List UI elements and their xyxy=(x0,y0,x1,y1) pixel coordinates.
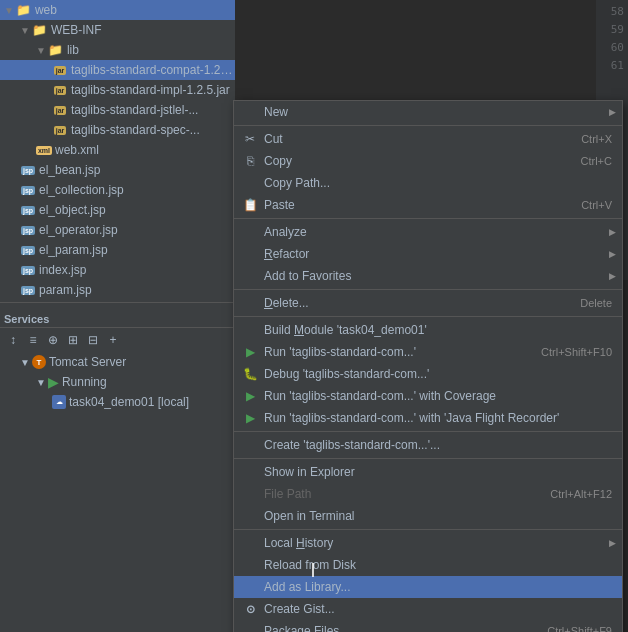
running-item[interactable]: ▼ ▶ Running xyxy=(0,372,235,392)
tree-label: index.jsp xyxy=(39,263,86,277)
menu-label: Copy Path... xyxy=(264,176,330,190)
tree-label: lib xyxy=(67,43,79,57)
menu-item-copy-path[interactable]: Copy Path... xyxy=(234,172,622,194)
menu-item-add-library[interactable]: Add as Library... xyxy=(234,576,622,598)
services-btn-2[interactable]: ≡ xyxy=(24,331,42,349)
tree-item-jar2[interactable]: jar taglibs-standard-impl-1.2.5.jar xyxy=(0,80,235,100)
tree-label: el_param.jsp xyxy=(39,243,108,257)
menu-item-debug[interactable]: 🐛 Debug 'taglibs-standard-com...' xyxy=(234,363,622,385)
menu-item-create-gist[interactable]: ⊙ Create Gist... xyxy=(234,598,622,620)
menu-item-cut[interactable]: ✂ Cut Ctrl+X xyxy=(234,128,622,150)
menu-item-reload[interactable]: Reload from Disk xyxy=(234,554,622,576)
menu-separator xyxy=(234,529,622,530)
tree-item-index[interactable]: jsp index.jsp xyxy=(0,260,235,280)
services-btn-3[interactable]: ⊕ xyxy=(44,331,62,349)
tree-item-el-object[interactable]: jsp el_object.jsp xyxy=(0,200,235,220)
line-58: 58 xyxy=(596,2,628,20)
tree-item-jar4[interactable]: jar taglibs-standard-spec-... xyxy=(0,120,235,140)
menu-label: Package Files xyxy=(264,624,339,632)
arrow-icon: ▼ xyxy=(36,45,46,56)
tree-item-el-param[interactable]: jsp el_param.jsp xyxy=(0,240,235,260)
tree-item-lib[interactable]: ▼ 📁 lib xyxy=(0,40,235,60)
tomcat-server-item[interactable]: ▼ T Tomcat Server xyxy=(0,352,235,372)
tree-label: taglibs-standard-spec-... xyxy=(71,123,200,137)
services-btn-6[interactable]: + xyxy=(104,331,122,349)
line-61: 61 xyxy=(596,56,628,74)
menu-item-file-path[interactable]: File Path Ctrl+Alt+F12 xyxy=(234,483,622,505)
menu-label: Debug 'taglibs-standard-com...' xyxy=(264,367,429,381)
tree-item-webxml[interactable]: xml web.xml xyxy=(0,140,235,160)
menu-item-refactor[interactable]: Refactor xyxy=(234,243,622,265)
menu-separator xyxy=(234,125,622,126)
jsp-icon: jsp xyxy=(20,162,36,178)
jar-icon: jar xyxy=(52,102,68,118)
menu-separator xyxy=(234,316,622,317)
debug-icon: 🐛 xyxy=(242,367,258,381)
menu-label: Show in Explorer xyxy=(264,465,355,479)
menu-item-run-coverage[interactable]: ▶ Run 'taglibs-standard-com...' with Cov… xyxy=(234,385,622,407)
folder-icon: 📁 xyxy=(48,42,64,58)
menu-item-run-flight[interactable]: ▶ Run 'taglibs-standard-com...' with 'Ja… xyxy=(234,407,622,429)
menu-item-copy[interactable]: ⎘ Copy Ctrl+C xyxy=(234,150,622,172)
jsp-icon: jsp xyxy=(20,242,36,258)
services-btn-1[interactable]: ↕ xyxy=(4,331,22,349)
menu-item-terminal[interactable]: Open in Terminal xyxy=(234,505,622,527)
xml-icon: xml xyxy=(36,142,52,158)
menu-label: Create Gist... xyxy=(264,602,335,616)
tomcat-server-label: Tomcat Server xyxy=(49,355,126,369)
task-label: task04_demo01 [local] xyxy=(69,395,189,409)
menu-label: Paste xyxy=(264,198,295,212)
menu-item-create[interactable]: Create 'taglibs-standard-com...'... xyxy=(234,434,622,456)
running-label: Running xyxy=(62,375,107,389)
task-item[interactable]: ☁ task04_demo01 [local] xyxy=(0,392,235,412)
tree-label: taglibs-standard-compat-1.2.5.jar xyxy=(71,63,235,77)
jsp-icon: jsp xyxy=(20,222,36,238)
tree-item-el-bean[interactable]: jsp el_bean.jsp xyxy=(0,160,235,180)
menu-item-run[interactable]: ▶ Run 'taglibs-standard-com...' Ctrl+Shi… xyxy=(234,341,622,363)
menu-item-history[interactable]: Local History xyxy=(234,532,622,554)
jar-icon: jar xyxy=(52,62,68,78)
menu-item-delete[interactable]: Delete... Delete xyxy=(234,292,622,314)
line-59: 59 xyxy=(596,20,628,38)
menu-item-analyze[interactable]: Analyze xyxy=(234,221,622,243)
tree-item-param[interactable]: jsp param.jsp xyxy=(0,280,235,300)
menu-item-paste[interactable]: 📋 Paste Ctrl+V xyxy=(234,194,622,216)
task-icon: ☁ xyxy=(52,395,66,409)
tree-item-el-collection[interactable]: jsp el_collection.jsp xyxy=(0,180,235,200)
shortcut: Ctrl+C xyxy=(581,155,612,167)
services-toolbar: ↕ ≡ ⊕ ⊞ ⊟ + xyxy=(0,328,235,352)
menu-separator xyxy=(234,458,622,459)
menu-label: Add to Favorites xyxy=(264,269,351,283)
expand-arrow: ▼ xyxy=(20,357,30,368)
tree-item-el-operator[interactable]: jsp el_operator.jsp xyxy=(0,220,235,240)
tree-item-webinf[interactable]: ▼ 📁 WEB-INF xyxy=(0,20,235,40)
tree-item-jar3[interactable]: jar taglibs-standard-jstlel-... xyxy=(0,100,235,120)
menu-label: Run 'taglibs-standard-com...' with Cover… xyxy=(264,389,496,403)
shortcut: Ctrl+Shift+F9 xyxy=(547,625,612,632)
run-flight-icon: ▶ xyxy=(242,411,258,425)
shortcut: Ctrl+Alt+F12 xyxy=(550,488,612,500)
tree-label: el_object.jsp xyxy=(39,203,106,217)
services-btn-4[interactable]: ⊞ xyxy=(64,331,82,349)
context-menu: New ✂ Cut Ctrl+X ⎘ Copy Ctrl+C Copy Path… xyxy=(233,100,623,632)
tree-item-web[interactable]: ▼ 📁 web xyxy=(0,0,235,20)
menu-item-favorites[interactable]: Add to Favorites xyxy=(234,265,622,287)
menu-separator xyxy=(234,431,622,432)
menu-label: Build Module 'task04_demo01' xyxy=(264,323,427,337)
menu-label: Analyze xyxy=(264,225,307,239)
menu-item-show-explorer[interactable]: Show in Explorer xyxy=(234,461,622,483)
jsp-icon: jsp xyxy=(20,202,36,218)
tree-item-jar1[interactable]: jar taglibs-standard-compat-1.2.5.jar xyxy=(0,60,235,80)
menu-label: Copy xyxy=(264,154,292,168)
menu-separator xyxy=(234,218,622,219)
menu-item-new[interactable]: New xyxy=(234,101,622,123)
shortcut: Delete xyxy=(580,297,612,309)
jsp-icon: jsp xyxy=(20,182,36,198)
menu-label: Reload from Disk xyxy=(264,558,356,572)
menu-item-build[interactable]: Build Module 'task04_demo01' xyxy=(234,319,622,341)
services-btn-5[interactable]: ⊟ xyxy=(84,331,102,349)
menu-item-package-files[interactable]: Package Files Ctrl+Shift+F9 xyxy=(234,620,622,632)
menu-label: Cut xyxy=(264,132,283,146)
arrow-icon: ▼ xyxy=(4,5,14,16)
tomcat-icon: T xyxy=(32,355,46,369)
